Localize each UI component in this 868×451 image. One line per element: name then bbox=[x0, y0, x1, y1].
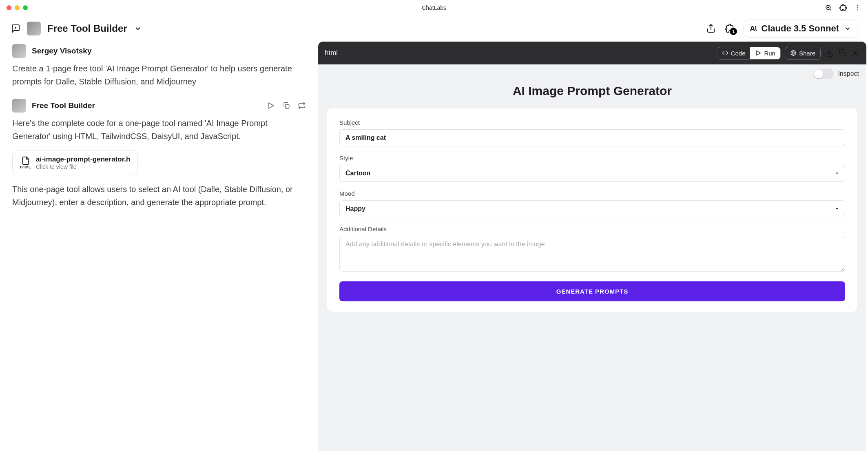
assistant-avatar bbox=[12, 99, 26, 113]
svg-line-1 bbox=[830, 9, 831, 11]
tool-title: AI Image Prompt Generator bbox=[327, 84, 857, 98]
svg-point-6 bbox=[857, 9, 858, 10]
inspect-label: Inspect bbox=[838, 70, 859, 77]
mood-label: Mood bbox=[339, 190, 845, 197]
workspace-name: Free Tool Builder bbox=[47, 23, 127, 34]
user-message: Sergey Visotsky Create a 1-page free too… bbox=[12, 44, 306, 88]
svg-point-5 bbox=[857, 7, 858, 8]
svg-marker-12 bbox=[757, 51, 760, 55]
assistant-outro-text: This one-page tool allows users to selec… bbox=[12, 183, 306, 209]
close-window-button[interactable] bbox=[7, 5, 11, 10]
chevron-down-icon bbox=[844, 25, 851, 32]
zoom-icon[interactable] bbox=[825, 4, 832, 11]
panel-toolbar: html Code Run Share bbox=[318, 42, 866, 64]
window-titlebar: ChatLabs bbox=[0, 0, 868, 15]
window-title: ChatLabs bbox=[422, 4, 446, 11]
code-run-segment: Code Run bbox=[717, 47, 781, 60]
main-area: Sergey Visotsky Create a 1-page free too… bbox=[0, 42, 868, 451]
panel-tab-label[interactable]: html bbox=[325, 49, 338, 57]
run-snippet-icon[interactable] bbox=[267, 102, 275, 110]
extensions-badge: 1 bbox=[730, 28, 737, 35]
extensions-button[interactable]: 1 bbox=[725, 24, 735, 33]
subject-input[interactable] bbox=[339, 129, 845, 146]
style-field: Style Cartoon bbox=[339, 155, 845, 182]
subject-label: Subject bbox=[339, 119, 845, 126]
kebab-menu-icon[interactable] bbox=[854, 4, 861, 11]
copy-panel-icon[interactable] bbox=[838, 49, 847, 57]
download-icon[interactable] bbox=[825, 49, 834, 57]
close-panel-icon[interactable] bbox=[851, 49, 860, 57]
model-name: Claude 3.5 Sonnet bbox=[761, 23, 839, 34]
subject-field: Subject bbox=[339, 119, 845, 146]
html-file-icon: HTML bbox=[20, 156, 31, 169]
new-chat-icon[interactable] bbox=[11, 24, 20, 33]
svg-rect-15 bbox=[841, 52, 845, 56]
share-panel-button[interactable]: Share bbox=[785, 47, 821, 60]
chat-column: Sergey Visotsky Create a 1-page free too… bbox=[0, 42, 318, 451]
assistant-intro-text: Here's the complete code for a one-page … bbox=[12, 117, 306, 143]
copy-message-icon[interactable] bbox=[282, 102, 290, 110]
regenerate-icon[interactable] bbox=[298, 102, 306, 110]
inspect-row: Inspect bbox=[318, 64, 866, 79]
file-attachment[interactable]: HTML ai-image-prompt-generator.h Click t… bbox=[12, 150, 138, 175]
window-controls bbox=[7, 5, 28, 10]
svg-marker-10 bbox=[269, 103, 274, 108]
style-select[interactable]: Cartoon bbox=[339, 165, 845, 182]
user-avatar bbox=[12, 44, 26, 58]
share-panel-label: Share bbox=[799, 50, 815, 57]
share-icon[interactable] bbox=[706, 24, 716, 33]
assistant-message: Free Tool Builder Here's the complete co… bbox=[12, 99, 306, 209]
svg-point-4 bbox=[857, 5, 858, 6]
maximize-window-button[interactable] bbox=[23, 5, 28, 10]
tool-card: Subject Style Cartoon Mood Happy bbox=[327, 108, 857, 312]
file-hint: Click to view file bbox=[36, 164, 130, 170]
minimize-window-button[interactable] bbox=[15, 5, 20, 10]
code-tab[interactable]: Code bbox=[717, 47, 751, 59]
mood-field: Mood Happy bbox=[339, 190, 845, 217]
workspace-avatar bbox=[27, 22, 41, 35]
svg-rect-11 bbox=[286, 105, 289, 108]
run-tab[interactable]: Run bbox=[750, 47, 780, 59]
preview-panel: html Code Run Share bbox=[318, 42, 866, 451]
mood-select[interactable]: Happy bbox=[339, 200, 845, 217]
inspect-toggle[interactable] bbox=[813, 69, 834, 79]
file-name: ai-image-prompt-generator.h bbox=[36, 155, 130, 164]
rendered-tool: AI Image Prompt Generator Subject Style … bbox=[318, 79, 866, 321]
assistant-name: Free Tool Builder bbox=[32, 101, 95, 110]
app-header: Free Tool Builder 1 A\ Claude 3.5 Sonnet bbox=[0, 15, 868, 42]
run-tab-label: Run bbox=[764, 50, 775, 57]
user-name: Sergey Visotsky bbox=[32, 46, 91, 55]
generate-button[interactable]: GENERATE PROMPTS bbox=[339, 281, 845, 301]
workspace-dropdown[interactable] bbox=[134, 24, 142, 33]
code-tab-label: Code bbox=[731, 50, 746, 57]
anthropic-logo-icon: A\ bbox=[750, 24, 756, 33]
model-selector[interactable]: A\ Claude 3.5 Sonnet bbox=[744, 20, 857, 38]
extension-outline-icon[interactable] bbox=[839, 4, 847, 11]
details-field: Additional Details bbox=[339, 226, 845, 273]
file-type-badge: HTML bbox=[20, 165, 31, 169]
user-message-text: Create a 1-page free tool 'AI Image Prom… bbox=[12, 62, 306, 88]
details-label: Additional Details bbox=[339, 226, 845, 232]
details-textarea[interactable] bbox=[339, 236, 845, 272]
style-label: Style bbox=[339, 155, 845, 161]
